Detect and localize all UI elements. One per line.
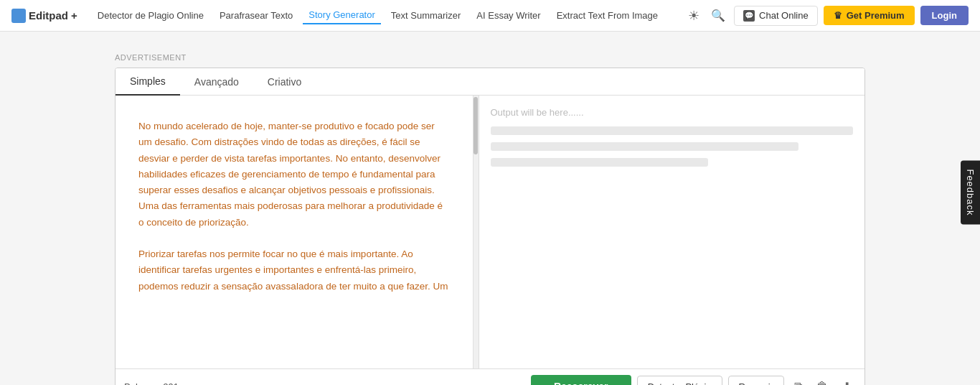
theme-toggle-icon[interactable]: ☀ [685,5,702,27]
main-nav: Detector de Plagio Online Parafrasear Te… [92,6,685,24]
word-count-value: 291 [163,381,179,386]
copy-button[interactable]: ⧉ [790,377,806,385]
logo-icon [11,9,26,23]
nav-item-summarizer[interactable]: Text Summarizer [385,7,467,24]
nav-item-essay[interactable]: AI Essay Writer [471,7,546,24]
input-text-area[interactable]: No mundo acelerado de hoje, manter-se pr… [116,96,473,368]
logo-plus: + [71,9,77,22]
nav-item-parafrasear[interactable]: Parafrasear Texto [214,7,298,24]
tab-simples[interactable]: Simples [116,68,180,96]
input-text-content: No mundo acelerado de hoje, manter-se pr… [127,107,461,357]
output-placeholder: Output will be here...... [491,107,854,118]
login-button[interactable]: Login [920,6,969,25]
skeleton-line-1 [491,126,854,135]
nav-item-extract[interactable]: Extract Text From Image [551,7,664,24]
skeleton-line-2 [491,142,799,151]
footer-bar: Palavras:291 Reescrever Detectar Plágio … [116,368,864,385]
search-icon[interactable]: 🔍 [708,6,728,25]
tabs-bar: Simples Avançado Criativo [116,68,864,96]
detect-plagio-button[interactable]: Detectar Plágio [637,376,722,386]
word-count-label: Palavras: [124,381,163,386]
tab-avancado[interactable]: Avançado [180,68,253,95]
header: Editpad + Detector de Plagio Online Para… [0,0,980,32]
download-button[interactable]: ⬇ [838,377,856,386]
premium-btn-label: Get Premium [847,10,905,21]
tab-criativo[interactable]: Criativo [253,68,316,95]
get-premium-button[interactable]: ♛ Get Premium [824,6,915,25]
nav-item-story[interactable]: Story Generator [303,6,381,24]
editor-area: No mundo acelerado de hoje, manter-se pr… [116,96,864,368]
nav-item-detector[interactable]: Detector de Plagio Online [92,7,209,24]
word-count: Palavras:291 [124,381,179,386]
header-actions: ☀ 🔍 💬 Chat Online ♛ Get Premium Login [685,5,969,27]
chat-btn-label: Chat Online [759,10,809,21]
scrollbar-track[interactable] [473,96,479,368]
scrollbar-thumb [473,97,478,154]
advertisement-label: ADVERTISEMENT [115,53,865,62]
chat-online-button[interactable]: 💬 Chat Online [734,6,818,26]
feedback-tab[interactable]: Feedback [961,160,980,224]
resumir-button[interactable]: Resumir [728,376,784,386]
input-pane: No mundo acelerado de hoje, manter-se pr… [116,96,479,368]
delete-button[interactable]: 🗑 [812,377,832,385]
logo[interactable]: Editpad + [11,9,77,23]
chat-icon: 💬 [743,10,755,22]
main-content: ADVERTISEMENT Simples Avançado Criativo … [0,32,980,385]
crown-icon: ♛ [834,10,842,21]
output-pane: Output will be here...... [479,96,865,368]
tool-container: Simples Avançado Criativo No mundo acele… [115,68,865,385]
skeleton-line-3 [491,158,708,167]
logo-text: Editpad [29,9,68,22]
rewrite-button[interactable]: Reescrever [531,375,631,385]
